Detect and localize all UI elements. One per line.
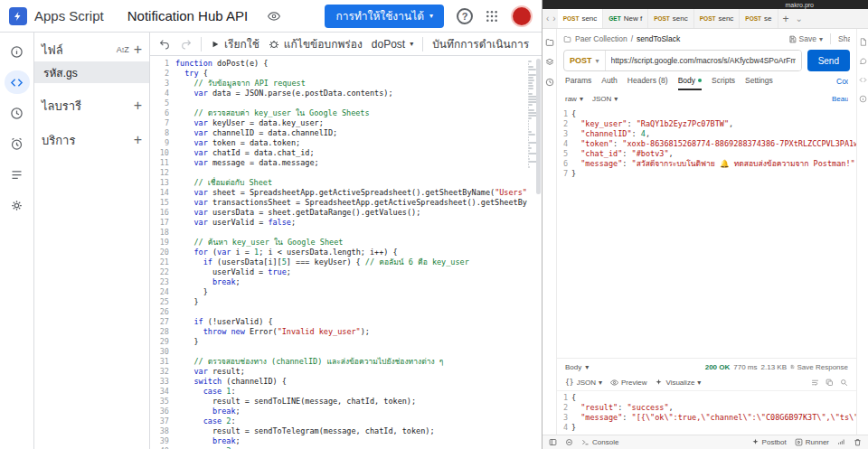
code-line[interactable]: // ตรวจสอบช่องทาง (channelID) และส่งข้อค… — [175, 357, 527, 367]
code-line[interactable]: var channelID = data.channelID; — [175, 128, 527, 138]
request-tab-params[interactable]: Params — [565, 72, 591, 90]
body-editor-whitespace[interactable] — [557, 179, 856, 358]
visibility-eye-icon[interactable] — [268, 10, 280, 23]
deploy-button[interactable]: การทำให้ใช้งานได้ ▾ — [325, 5, 444, 28]
code-line[interactable]: } — [571, 169, 856, 179]
code-line[interactable]: result = sendToTelegram(message, chatId,… — [175, 426, 527, 436]
code-line[interactable]: switch (channelID) { — [175, 377, 527, 387]
visualize-tab[interactable]: Visualize ▾ — [655, 379, 701, 387]
code-line[interactable]: var userValid = false; — [175, 218, 527, 228]
code-line[interactable] — [175, 168, 527, 178]
code-line[interactable]: function doPost(e) { — [175, 59, 527, 69]
body-mode-select[interactable]: raw ▾ — [565, 95, 583, 103]
code-line[interactable]: } — [175, 287, 527, 297]
console-button[interactable]: Console — [581, 438, 618, 446]
postman-tab[interactable]: GETNew f — [603, 9, 648, 28]
editor-code-icon[interactable] — [5, 70, 30, 94]
code-line[interactable]: // เชื่อมต่อกับ Sheet — [175, 178, 527, 188]
code-line[interactable]: "key_user": "RaQY1b2Eyz7Pc07BTW", — [571, 119, 856, 129]
sort-az-icon[interactable]: A↕Z — [117, 45, 128, 54]
code-line[interactable]: break; — [175, 407, 527, 416]
request-tab-scripts[interactable]: Scripts — [712, 72, 735, 90]
tab-more-icon[interactable]: ⌄ — [794, 14, 805, 23]
postbot-button[interactable]: Postbot — [751, 438, 787, 446]
body-format-select[interactable]: JSON ▾ — [592, 95, 618, 103]
postman-tab[interactable]: POSTsenc — [558, 9, 604, 28]
logs-list-icon[interactable] — [5, 163, 30, 186]
debug-button[interactable]: แก้ไขข้อบกพร่อง — [269, 35, 363, 52]
brand-label[interactable]: Apps Script — [34, 8, 104, 23]
execution-log-button[interactable]: บันทึกการดำเนินการ — [432, 35, 529, 52]
undo-icon[interactable] — [159, 38, 171, 50]
add-library-icon[interactable]: + — [134, 98, 142, 113]
code-line[interactable]: break; — [175, 436, 527, 446]
share-button[interactable]: Share — [838, 34, 850, 43]
request-tab-body[interactable]: Body — [678, 72, 702, 90]
preview-tab[interactable]: Preview — [610, 379, 646, 387]
response-body-viewer[interactable]: 1234 { "result": "success", "message": "… — [557, 391, 856, 435]
code-line[interactable]: } — [175, 337, 527, 347]
code-line[interactable] — [175, 347, 527, 357]
tab-forward-icon[interactable]: › — [551, 14, 557, 23]
breadcrumb-request[interactable]: sendToSlack — [637, 34, 680, 43]
code-line[interactable]: var data = JSON.parse(e.postData.content… — [175, 89, 527, 98]
tab-back-icon[interactable]: ‹ — [544, 14, 551, 23]
code-line[interactable]: var token = data.token; — [175, 138, 527, 148]
code-line[interactable]: "chat_id": "#botv3", — [571, 149, 856, 159]
code-line[interactable]: // ตรวจสอบค่า key_user ใน Google Sheets — [175, 108, 527, 118]
comments-icon[interactable] — [859, 57, 867, 65]
cookies-link[interactable]: Cookies — [836, 77, 848, 86]
url-input[interactable] — [606, 51, 801, 70]
code-snippet-icon[interactable] — [859, 76, 867, 84]
response-size[interactable]: 2.13 KB — [761, 363, 787, 371]
add-file-icon[interactable]: + — [134, 42, 142, 57]
code-line[interactable]: for (var i = 1; i < usersData.length; i+… — [175, 248, 527, 257]
new-tab-icon[interactable]: + — [778, 13, 794, 25]
info-icon[interactable] — [859, 95, 867, 103]
code-line[interactable]: userValid = true; — [175, 267, 527, 277]
file-item-code-gs[interactable]: รหัส.gs — [34, 61, 149, 83]
code-line[interactable]: // รับข้อมูลจาก API request — [175, 79, 527, 89]
code-line[interactable]: "message": "[{\"ok\":true,\"channel\":\"… — [571, 413, 856, 423]
code-line[interactable]: } — [175, 297, 527, 307]
overview-info-icon[interactable] — [5, 40, 30, 63]
search-icon[interactable] — [840, 379, 848, 387]
network-signal-icon[interactable] — [837, 438, 845, 446]
code-line[interactable]: "result": "success", — [571, 403, 856, 413]
code-line[interactable]: throw new Error("Invalid key_user"); — [175, 327, 527, 337]
code-line[interactable]: result = sendToLINE(message, chatId, tok… — [175, 397, 527, 407]
code-line[interactable]: "message": "สวัสดีจากระบบโนติฟาย 🔔 ทดสอบ… — [571, 159, 856, 169]
code-line[interactable]: case 2: — [175, 416, 527, 426]
save-button[interactable]: Save ▾ — [788, 34, 823, 43]
history-icon[interactable] — [545, 78, 554, 87]
code-line[interactable]: var keyUser = data.key_user; — [175, 118, 527, 128]
code-line[interactable]: "channelID": 4, — [571, 129, 856, 139]
code-line[interactable] — [175, 228, 527, 238]
code-line[interactable]: var usersData = sheet.getDataRange().get… — [175, 208, 527, 218]
executions-alarm-icon[interactable] — [5, 132, 30, 155]
sidebar-toggle-icon[interactable] — [549, 438, 557, 446]
breadcrumb-collection[interactable]: Paer Collection — [575, 34, 627, 43]
code-line[interactable]: case 1: — [175, 387, 527, 397]
beautify-button[interactable]: Beautify — [832, 95, 848, 103]
send-button[interactable]: Send — [807, 50, 850, 71]
method-select[interactable]: POST ▾ — [564, 51, 606, 70]
response-format-select[interactable]: {} JSON ▾ — [565, 379, 602, 387]
postman-tab[interactable]: POSTse — [740, 9, 778, 28]
wrap-text-icon[interactable] — [811, 379, 819, 387]
code-line[interactable]: var result; — [175, 367, 527, 377]
code-line[interactable]: var sheet = SpreadsheetApp.getActiveSpre… — [175, 188, 527, 198]
code-line[interactable]: } — [571, 423, 856, 433]
code-line[interactable]: if (!userValid) { — [175, 317, 527, 327]
run-button[interactable]: เรียกใช้ — [211, 35, 259, 52]
function-select[interactable]: doPost ▾ — [372, 38, 413, 51]
code-line[interactable] — [175, 307, 527, 317]
workspace-label[interactable]: makro.pro — [785, 2, 814, 8]
request-tab-headers-8-[interactable]: Headers (8) — [627, 72, 668, 90]
code-line[interactable]: var message = data.message; — [175, 158, 527, 168]
status-badge[interactable]: 200 OK — [705, 363, 731, 371]
code-line[interactable]: { — [571, 393, 856, 403]
code-line[interactable]: if (usersData[i][5] === keyUser) { // คอ… — [175, 257, 527, 267]
environments-icon[interactable] — [545, 58, 554, 67]
request-tab-auth[interactable]: Auth — [601, 72, 618, 90]
